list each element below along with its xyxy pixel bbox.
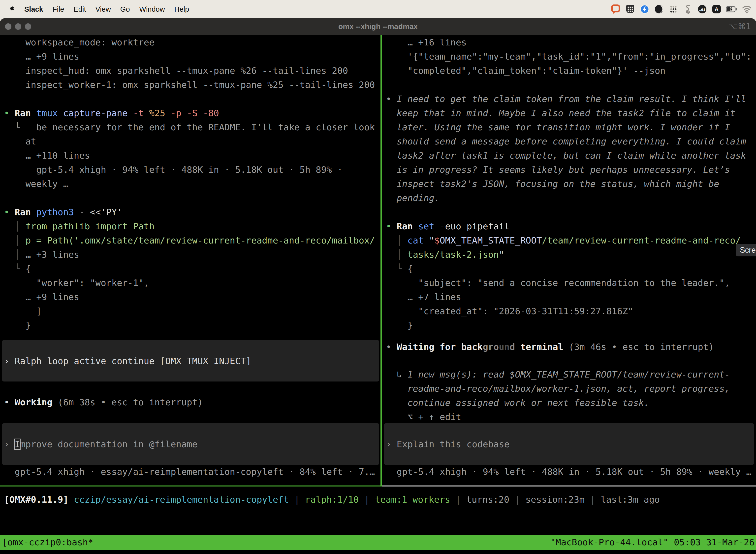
text-segment: OMX_TEAM_STATE_ROOT: [440, 235, 542, 245]
battery-icon[interactable]: [726, 4, 738, 14]
text-segment: ralph:1/10: [305, 494, 359, 505]
text-segment: •: [386, 342, 397, 352]
right-session-status: gpt-5.4 xhigh · 94% left · 488K in · 5.1…: [386, 465, 752, 479]
terminal-line: … +110 lines: [4, 149, 380, 163]
text-segment: Ran: [397, 221, 418, 231]
terminal-line: › Ralph loop active continue [OMX_TMUX_I…: [4, 354, 251, 368]
menu-item-view[interactable]: View: [96, 5, 111, 13]
terminal-line: │ … +3 lines: [4, 247, 380, 262]
pane-separator-horizontal-inactive[interactable]: [382, 486, 756, 487]
badge-61-icon[interactable]: ..61: [697, 4, 707, 14]
terminal-line: │ from pathlib import Path: [4, 219, 380, 233]
tmux-session-label[interactable]: [omx-cczip0:bash*: [0, 535, 93, 550]
terminal-line: [4, 92, 380, 106]
terminal-line: … +16 lines: [386, 35, 756, 49]
a-badge-icon[interactable]: A: [711, 4, 722, 14]
text-segment: |: [359, 494, 375, 505]
terminal-line: └ be necessary for the end of the README…: [4, 120, 380, 134]
text-segment: inspect_hud: omx sparkshell --tmux-pane …: [4, 65, 348, 76]
pie-badge-icon[interactable]: [654, 4, 664, 14]
menu-item-file[interactable]: File: [53, 5, 64, 13]
menu-item-window[interactable]: Window: [139, 5, 165, 13]
terminal-line: • Ran python3 - <<'PY': [4, 205, 380, 219]
tmux-host-clock: "MacBook-Pro-44.local" 05:03 31-Mar-26: [550, 535, 756, 550]
left-prompt-input[interactable]: › Improve documentation in @filename: [4, 437, 197, 451]
text-segment: -p -S -80: [171, 108, 219, 118]
text-segment: › Explain this codebase: [386, 439, 510, 449]
chat-icon[interactable]: [611, 4, 621, 14]
menu-item-help[interactable]: Help: [174, 5, 189, 13]
text-segment: cat: [407, 235, 429, 245]
terminal-line: ↳ 1 new msg(s): read $OMX_TEAM_STATE_ROO…: [386, 367, 730, 382]
text-segment: continue assigned work or next feasible …: [386, 398, 649, 408]
terminal-line: • Working (6m 38s • esc to interrupt): [4, 395, 203, 409]
text-segment: at: [4, 136, 36, 147]
text-segment: •: [4, 108, 15, 118]
text-segment: "created_at": "2026-03-31T11:59:27.816Z": [386, 306, 633, 316]
window-title: omx --xhigh --madmax: [0, 18, 756, 35]
text-segment: ›: [4, 439, 15, 449]
text-segment: should send a message before completing …: [386, 136, 746, 147]
screen-overlay-tooltip: Scre: [736, 244, 756, 257]
terminal-line: continue assigned work or next feasible …: [386, 396, 730, 410]
text-segment: │: [386, 235, 407, 245]
text-segment: Working: [15, 397, 58, 407]
badge-61-label: ..61: [699, 7, 705, 12]
text-segment: d: [510, 342, 515, 352]
text-segment: python3: [36, 207, 79, 217]
text-segment: last:3m ago: [601, 494, 660, 505]
text-segment: set: [418, 221, 440, 231]
bolt-badge-icon[interactable]: [639, 4, 650, 14]
apple-menu-icon[interactable]: [8, 5, 15, 14]
text-segment: │: [386, 250, 407, 260]
terminal-line: "worker": "worker-1",: [4, 276, 380, 290]
text-segment: }: [386, 320, 413, 330]
text-segment: •: [4, 397, 15, 407]
text-segment: gpt-5.4 xhigh · essay/ai-reimplementatio…: [4, 466, 375, 477]
text-segment: │: [4, 250, 25, 260]
text-segment: /team/review-current-readme-and-reco/: [542, 235, 741, 245]
text-segment: … +3 lines: [25, 250, 79, 260]
text-segment: inspect task2's JSON, focusing on the st…: [386, 179, 719, 189]
text-segment: terminal: [515, 342, 563, 352]
menu-item-app[interactable]: Slack: [24, 5, 43, 13]
text-segment: … +9 lines: [4, 292, 79, 302]
text-segment: team:1 workers: [375, 494, 450, 505]
right-pane-scrollback: … +16 lines '{"team_name":"my-team","tas…: [386, 35, 756, 332]
text-segment: tasks/task-2.json: [407, 250, 499, 260]
right-prompt-input[interactable]: › Explain this codebase: [386, 437, 510, 451]
menu-item-go[interactable]: Go: [120, 5, 130, 13]
terminal-line: › Improve documentation in @filename: [4, 437, 197, 451]
text-segment: (3m 46s • esc to interrupt): [563, 342, 714, 352]
terminal-line: }: [4, 318, 380, 332]
text-segment: keep that in mind. Maybe I also need the…: [386, 108, 736, 118]
text-segment: Ran: [15, 108, 36, 118]
terminal-line: … +9 lines: [4, 290, 380, 304]
text-segment: is in progress? It seems likely but perh…: [386, 165, 730, 175]
grid-badge-icon[interactable]: [625, 4, 635, 14]
terminal-line: • Ran set -euo pipefail: [386, 219, 756, 233]
terminal-line: [OMX#0.11.9] cczip/essay/ai-reimplementa…: [4, 492, 660, 507]
text-segment: p = Path('.omx/state/team/review-current…: [25, 235, 375, 245]
text-segment: pending.: [386, 193, 440, 203]
text-segment: … +110 lines: [4, 151, 90, 161]
pane-separator-horizontal-active[interactable]: [0, 486, 382, 487]
text-segment: tmux: [36, 108, 63, 118]
text-segment: ↳ 1 new msg(s): read $OMX_TEAM_STATE_ROO…: [386, 369, 730, 380]
text-segment: › Ralph loop active continue [OMX_TMUX_I…: [4, 356, 251, 366]
pane-separator-vertical[interactable]: [380, 35, 382, 486]
menu-item-edit[interactable]: Edit: [74, 5, 86, 13]
wifi-icon[interactable]: [742, 4, 752, 14]
text-segment: gpt-5.4 xhigh · 94% left · 488K in · 5.1…: [386, 466, 752, 477]
terminal-line: '{"team_name":"my-team","task_id":"1","f…: [386, 49, 756, 63]
terminal-line: }: [386, 318, 756, 332]
dots-grid-icon[interactable]: [668, 4, 679, 14]
text-segment: "worker": "worker-1",: [4, 278, 149, 288]
app-menus: Slack File Edit View Go Window Help: [0, 5, 189, 14]
terminal-line: └ {: [386, 262, 756, 276]
text-segment: %25: [149, 108, 171, 118]
text-segment: |: [509, 494, 525, 505]
squiggle-icon[interactable]: [683, 4, 693, 14]
text-segment: ": [499, 250, 504, 260]
text-segment: -euo pipefail: [440, 221, 510, 231]
